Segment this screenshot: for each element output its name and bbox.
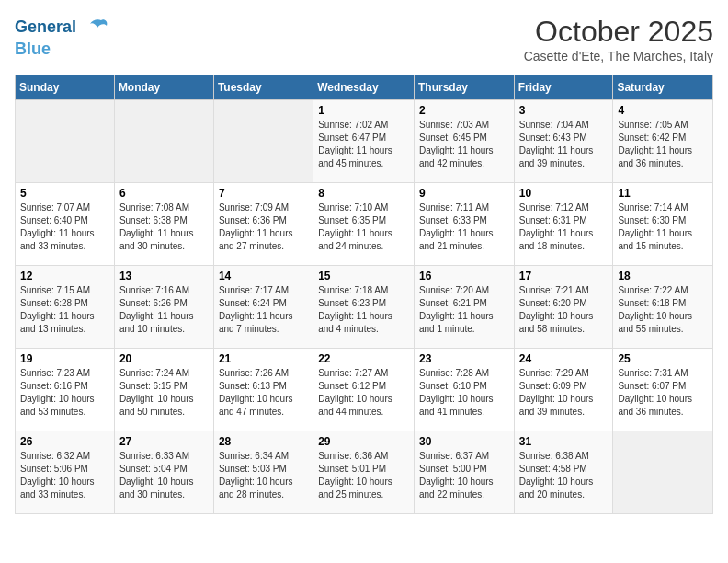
calendar-week-row: 26Sunrise: 6:32 AMSunset: 5:06 PMDayligh… — [16, 431, 713, 514]
calendar-cell: 13Sunrise: 7:16 AMSunset: 6:26 PMDayligh… — [114, 266, 213, 349]
calendar-week-row: 19Sunrise: 7:23 AMSunset: 6:16 PMDayligh… — [16, 349, 713, 431]
title-block: October 2025 Casette d'Ete, The Marches,… — [524, 15, 713, 63]
calendar-week-row: 1Sunrise: 7:02 AMSunset: 6:47 PMDaylight… — [16, 100, 713, 183]
day-info: Sunrise: 7:29 AMSunset: 6:09 PMDaylight:… — [519, 367, 609, 419]
day-number: 9 — [419, 187, 509, 200]
day-info: Sunrise: 6:36 AMSunset: 5:01 PMDaylight:… — [318, 450, 409, 501]
logo: General Blue — [15, 15, 108, 59]
calendar-cell — [16, 100, 115, 183]
day-number: 11 — [618, 187, 708, 200]
calendar-cell: 11Sunrise: 7:14 AMSunset: 6:30 PMDayligh… — [613, 183, 713, 266]
calendar-cell: 1Sunrise: 7:02 AMSunset: 6:47 PMDaylight… — [313, 100, 415, 183]
calendar-cell: 21Sunrise: 7:26 AMSunset: 6:13 PMDayligh… — [213, 349, 313, 431]
month-title: October 2025 — [524, 15, 713, 49]
day-info: Sunrise: 7:05 AMSunset: 6:42 PMDaylight:… — [618, 119, 708, 170]
logo-blue: Blue — [15, 40, 51, 58]
day-info: Sunrise: 7:22 AMSunset: 6:18 PMDaylight:… — [618, 284, 708, 336]
logo-bird-icon — [83, 15, 108, 40]
calendar-cell: 24Sunrise: 7:29 AMSunset: 6:09 PMDayligh… — [514, 349, 613, 431]
calendar-cell: 8Sunrise: 7:10 AMSunset: 6:35 PMDaylight… — [313, 183, 415, 266]
day-number: 30 — [419, 435, 509, 448]
calendar-cell: 9Sunrise: 7:11 AMSunset: 6:33 PMDaylight… — [414, 183, 514, 266]
calendar-cell: 3Sunrise: 7:04 AMSunset: 6:43 PMDaylight… — [514, 100, 613, 183]
day-number: 22 — [318, 352, 409, 365]
day-info: Sunrise: 6:33 AMSunset: 5:04 PMDaylight:… — [119, 450, 209, 501]
day-info: Sunrise: 7:24 AMSunset: 6:15 PMDaylight:… — [119, 367, 209, 419]
day-number: 20 — [119, 352, 209, 365]
day-info: Sunrise: 6:38 AMSunset: 4:58 PMDaylight:… — [519, 450, 609, 501]
day-info: Sunrise: 7:20 AMSunset: 6:21 PMDaylight:… — [419, 284, 509, 336]
day-number: 10 — [519, 187, 609, 200]
day-info: Sunrise: 7:23 AMSunset: 6:16 PMDaylight:… — [20, 367, 109, 419]
day-info: Sunrise: 7:02 AMSunset: 6:47 PMDaylight:… — [318, 119, 409, 170]
calendar-cell: 17Sunrise: 7:21 AMSunset: 6:20 PMDayligh… — [514, 266, 613, 349]
day-number: 25 — [618, 352, 708, 365]
day-number: 21 — [219, 352, 308, 365]
day-number: 15 — [318, 270, 409, 282]
column-header-saturday: Saturday — [613, 75, 713, 100]
calendar-cell: 19Sunrise: 7:23 AMSunset: 6:16 PMDayligh… — [16, 349, 115, 431]
calendar-cell: 14Sunrise: 7:17 AMSunset: 6:24 PMDayligh… — [213, 266, 313, 349]
day-number: 8 — [318, 187, 409, 200]
day-number: 23 — [419, 352, 509, 365]
day-info: Sunrise: 7:12 AMSunset: 6:31 PMDaylight:… — [519, 201, 609, 253]
day-info: Sunrise: 7:18 AMSunset: 6:23 PMDaylight:… — [318, 284, 409, 336]
day-number: 4 — [618, 104, 708, 117]
day-number: 3 — [519, 104, 609, 117]
day-info: Sunrise: 6:37 AMSunset: 5:00 PMDaylight:… — [419, 450, 509, 501]
day-number: 1 — [318, 104, 409, 117]
day-number: 28 — [219, 435, 308, 448]
column-header-thursday: Thursday — [414, 75, 514, 100]
calendar-cell: 10Sunrise: 7:12 AMSunset: 6:31 PMDayligh… — [514, 183, 613, 266]
day-number: 26 — [20, 435, 109, 448]
day-number: 31 — [519, 435, 609, 448]
calendar-cell: 25Sunrise: 7:31 AMSunset: 6:07 PMDayligh… — [613, 349, 713, 431]
day-info: Sunrise: 7:31 AMSunset: 6:07 PMDaylight:… — [618, 367, 708, 419]
day-number: 6 — [119, 187, 209, 200]
day-info: Sunrise: 7:15 AMSunset: 6:28 PMDaylight:… — [20, 284, 109, 336]
calendar-cell: 29Sunrise: 6:36 AMSunset: 5:01 PMDayligh… — [313, 431, 415, 514]
day-number: 18 — [618, 270, 708, 282]
page-header: General Blue October 2025 Casette d'Ete,… — [15, 15, 713, 63]
column-header-wednesday: Wednesday — [313, 75, 415, 100]
day-info: Sunrise: 7:03 AMSunset: 6:45 PMDaylight:… — [419, 119, 509, 170]
column-header-friday: Friday — [514, 75, 613, 100]
calendar-cell — [213, 100, 313, 183]
day-number: 27 — [119, 435, 209, 448]
day-info: Sunrise: 7:10 AMSunset: 6:35 PMDaylight:… — [318, 201, 409, 253]
calendar-header-row: SundayMondayTuesdayWednesdayThursdayFrid… — [16, 75, 713, 100]
calendar-cell: 31Sunrise: 6:38 AMSunset: 4:58 PMDayligh… — [514, 431, 613, 514]
calendar-cell: 7Sunrise: 7:09 AMSunset: 6:36 PMDaylight… — [213, 183, 313, 266]
calendar-cell: 22Sunrise: 7:27 AMSunset: 6:12 PMDayligh… — [313, 349, 415, 431]
day-info: Sunrise: 7:09 AMSunset: 6:36 PMDaylight:… — [219, 201, 308, 253]
day-info: Sunrise: 6:34 AMSunset: 5:03 PMDaylight:… — [219, 450, 308, 501]
day-number: 2 — [419, 104, 509, 117]
day-info: Sunrise: 7:26 AMSunset: 6:13 PMDaylight:… — [219, 367, 308, 419]
calendar-cell: 16Sunrise: 7:20 AMSunset: 6:21 PMDayligh… — [414, 266, 514, 349]
column-header-monday: Monday — [114, 75, 213, 100]
day-info: Sunrise: 7:11 AMSunset: 6:33 PMDaylight:… — [419, 201, 509, 253]
day-number: 17 — [519, 270, 609, 282]
day-info: Sunrise: 7:04 AMSunset: 6:43 PMDaylight:… — [519, 119, 609, 170]
column-header-sunday: Sunday — [16, 75, 115, 100]
calendar-cell — [613, 431, 713, 514]
calendar-cell: 20Sunrise: 7:24 AMSunset: 6:15 PMDayligh… — [114, 349, 213, 431]
calendar-cell: 12Sunrise: 7:15 AMSunset: 6:28 PMDayligh… — [16, 266, 115, 349]
calendar-cell: 28Sunrise: 6:34 AMSunset: 5:03 PMDayligh… — [213, 431, 313, 514]
logo-general: General — [15, 17, 76, 36]
day-number: 13 — [119, 270, 209, 282]
day-info: Sunrise: 7:27 AMSunset: 6:12 PMDaylight:… — [318, 367, 409, 419]
day-info: Sunrise: 7:08 AMSunset: 6:38 PMDaylight:… — [119, 201, 209, 253]
day-info: Sunrise: 7:14 AMSunset: 6:30 PMDaylight:… — [618, 201, 708, 253]
calendar-cell: 30Sunrise: 6:37 AMSunset: 5:00 PMDayligh… — [414, 431, 514, 514]
calendar-cell: 18Sunrise: 7:22 AMSunset: 6:18 PMDayligh… — [613, 266, 713, 349]
day-number: 12 — [20, 270, 109, 282]
day-info: Sunrise: 7:16 AMSunset: 6:26 PMDaylight:… — [119, 284, 209, 336]
day-number: 16 — [419, 270, 509, 282]
day-info: Sunrise: 7:28 AMSunset: 6:10 PMDaylight:… — [419, 367, 509, 419]
calendar-cell: 23Sunrise: 7:28 AMSunset: 6:10 PMDayligh… — [414, 349, 514, 431]
calendar-cell: 4Sunrise: 7:05 AMSunset: 6:42 PMDaylight… — [613, 100, 713, 183]
calendar-table: SundayMondayTuesdayWednesdayThursdayFrid… — [15, 75, 713, 514]
calendar-cell: 2Sunrise: 7:03 AMSunset: 6:45 PMDaylight… — [414, 100, 514, 183]
calendar-cell: 26Sunrise: 6:32 AMSunset: 5:06 PMDayligh… — [16, 431, 115, 514]
